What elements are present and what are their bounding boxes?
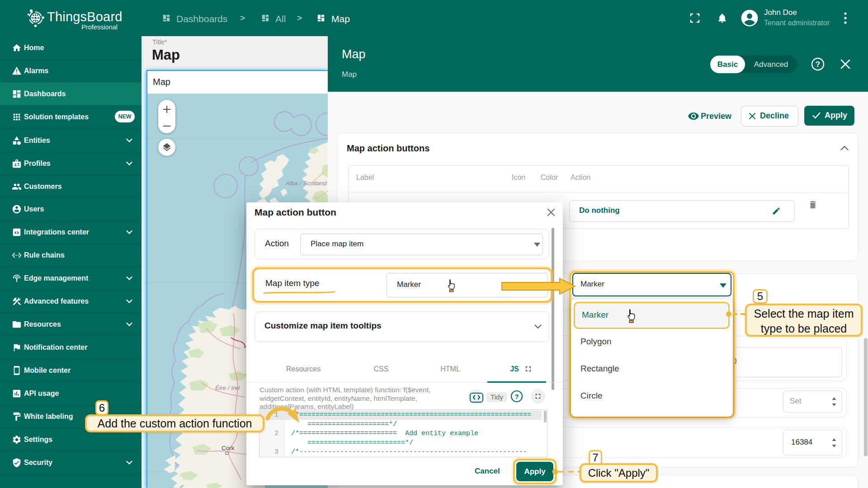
svg-text:?: ?	[514, 393, 519, 400]
svg-text:Cork: Cork	[222, 445, 235, 451]
svg-text:?: ?	[816, 60, 820, 69]
svg-text:Alba / Scotland: Alba / Scotland	[285, 180, 327, 187]
svg-text:Éire / Irel: Éire / Irel	[215, 385, 240, 391]
